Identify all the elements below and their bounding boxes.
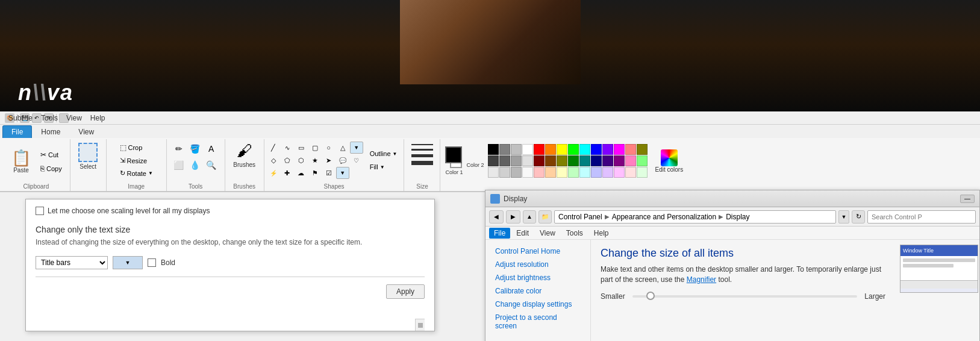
shape-flag[interactable]: ⚑ [308,167,322,179]
cp-address-path[interactable]: Control Panel ▶ Appearance and Personali… [554,210,836,224]
cp-size-slider[interactable] [632,295,858,298]
color-blue[interactable] [591,144,602,155]
size-3[interactable] [411,154,433,157]
cp-slider-thumb[interactable] [646,292,655,300]
color-lightgray[interactable] [511,155,522,166]
resize-thumb[interactable] [418,323,423,328]
cp-up-btn[interactable]: ▲ [523,210,536,224]
color-r3-10[interactable] [591,167,602,178]
shape-line[interactable]: ╱ [267,142,280,154]
color-gray[interactable] [499,144,510,155]
shape-more2[interactable]: ▼ [336,167,349,179]
cp-dropdown-btn[interactable]: ▼ [838,210,849,224]
shape-curve[interactable]: ∿ [281,142,294,154]
color-orange[interactable] [545,144,556,155]
cp-sidebar-home[interactable]: Control Panel Home [490,245,585,258]
size-4[interactable] [411,161,433,165]
color-lightgreen[interactable] [637,155,648,166]
shape-ellipse[interactable]: ○ [322,142,336,154]
color-white[interactable] [522,144,533,155]
cp-refresh-btn[interactable]: ↻ [852,210,865,224]
outline-button[interactable]: Outline ▼ [366,148,402,159]
colorpicker-tool[interactable]: 💧 [188,158,202,172]
cp-help-menu[interactable]: Help [589,228,614,239]
color-red[interactable] [534,144,545,155]
size-2[interactable] [411,149,433,151]
color-hotpink[interactable] [625,155,636,166]
color-r3-14[interactable] [637,167,648,178]
color-r3-6[interactable] [545,167,556,178]
color-nearwhite[interactable] [522,155,533,166]
color-black[interactable] [488,144,499,155]
color-r3-9[interactable] [579,167,590,178]
shape-star[interactable]: ★ [308,154,322,166]
shape-more[interactable]: ▼ [350,142,363,154]
cp-magnifier-link[interactable]: Magnifier [687,275,716,284]
cp-edit-menu[interactable]: Edit [511,228,534,239]
cp-sidebar-calibrate[interactable]: Calibrate color [490,284,585,298]
shape-heart[interactable]: ♡ [350,154,363,166]
help-menu[interactable]: Help [87,113,109,124]
cp-sidebar-display-settings[interactable]: Change display settings [490,298,585,311]
cp-sidebar-brightness[interactable]: Adjust brightness [490,271,585,284]
subtitle-menu[interactable]: Subtitle [5,113,36,124]
shape-pentagon[interactable]: ⬠ [281,154,294,166]
color-silver[interactable] [511,144,522,155]
shape-diamond[interactable]: ◇ [267,154,280,166]
color-olive[interactable] [637,144,648,155]
bold-checkbox[interactable] [148,258,156,267]
color1-swatch[interactable] [445,146,462,163]
color-yellow[interactable] [557,144,567,155]
shape-cross[interactable]: ✚ [281,167,294,179]
magnify-tool[interactable]: 🔍 [204,158,219,172]
shape-callout[interactable]: 💬 [336,154,349,166]
color-medgray[interactable] [499,155,510,166]
tab-home[interactable]: Home [32,125,69,138]
color-r3-3[interactable] [511,167,522,178]
select-button[interactable]: Select [78,140,98,170]
color-navy[interactable] [591,155,602,166]
fill-button[interactable]: Fill ▼ [366,161,402,172]
color-r3-8[interactable] [568,167,579,178]
color-cyan[interactable] [579,144,590,155]
color-pink[interactable] [625,144,636,155]
shape-rect[interactable]: ▭ [295,142,308,154]
cp-tools-menu[interactable]: Tools [561,228,588,239]
shape-cloud[interactable]: ☁ [295,167,308,179]
scaling-checkbox[interactable] [36,207,44,215]
text-size-dropdown[interactable]: ▼ [113,256,143,269]
text-item-dropdown[interactable]: Title bars [36,256,108,269]
color-purple[interactable] [614,155,625,166]
cp-sidebar-resolution[interactable]: Adjust resolution [490,258,585,271]
shape-check[interactable]: ☑ [322,167,336,179]
tools-menu[interactable]: Tools [37,113,61,124]
cp-file-menu[interactable]: File [489,228,510,239]
cp-forward-btn[interactable]: ▶ [506,210,520,224]
shape-lightning[interactable]: ⚡ [267,167,280,179]
crop-button[interactable]: ⬚ Crop [117,142,156,154]
paste-button[interactable]: 📋 Paste [7,147,35,177]
color-r3-2[interactable] [499,167,510,178]
pencil-tool[interactable]: ✏ [172,142,186,156]
shape-arrow[interactable]: ➤ [322,154,336,166]
cp-sidebar-project[interactable]: Project to a second screen [490,311,585,333]
cp-minimize-btn[interactable]: — [960,195,975,203]
apply-button[interactable]: Apply [386,284,425,299]
color-r3-5[interactable] [534,167,545,178]
copy-button[interactable]: ⎘ Copy [37,163,65,175]
color-r3-4[interactable] [522,167,533,178]
color-magenta[interactable] [614,144,625,155]
color-brown[interactable] [545,155,556,166]
fill-tool[interactable]: 🪣 [188,142,202,156]
shape-triangle[interactable]: △ [336,142,349,154]
cp-back-btn[interactable]: ◀ [489,210,504,224]
tab-view[interactable]: View [69,125,103,138]
color-r3-11[interactable] [602,167,613,178]
color-r3-1[interactable] [488,167,499,178]
color-maroon[interactable] [534,155,545,166]
rotate-button[interactable]: ↻ Rotate ▼ [117,167,156,179]
color-r3-7[interactable] [557,167,567,178]
color-r3-12[interactable] [614,167,625,178]
text-tool[interactable]: A [204,142,219,156]
size-1[interactable] [411,144,433,145]
